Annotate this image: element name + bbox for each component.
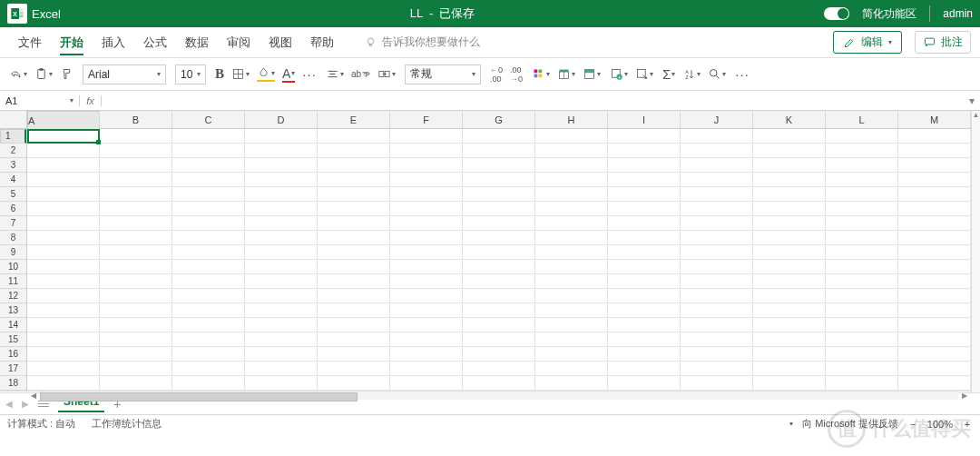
cell[interactable] bbox=[245, 347, 318, 362]
cell[interactable] bbox=[681, 274, 753, 289]
cell[interactable] bbox=[27, 376, 100, 391]
cell[interactable] bbox=[172, 187, 245, 202]
cell[interactable] bbox=[608, 144, 681, 158]
cell[interactable] bbox=[463, 332, 535, 347]
cell[interactable] bbox=[463, 362, 535, 376]
sort-filter-button[interactable]: AZ▾ bbox=[682, 67, 701, 81]
cell[interactable] bbox=[753, 318, 826, 332]
cell[interactable] bbox=[100, 289, 172, 303]
cell[interactable] bbox=[245, 332, 318, 347]
cell[interactable] bbox=[463, 129, 535, 144]
cell[interactable] bbox=[826, 231, 898, 245]
cell[interactable] bbox=[826, 129, 898, 144]
cell[interactable] bbox=[245, 231, 318, 245]
cell[interactable] bbox=[390, 202, 463, 216]
cell[interactable] bbox=[27, 318, 100, 332]
cell[interactable] bbox=[390, 187, 463, 202]
cell-styles-button[interactable]: ▾ bbox=[583, 67, 601, 81]
cell[interactable] bbox=[535, 173, 608, 187]
cell[interactable] bbox=[318, 158, 390, 173]
cell[interactable] bbox=[535, 362, 608, 376]
cell[interactable] bbox=[100, 245, 172, 260]
cell[interactable] bbox=[100, 187, 172, 202]
cell[interactable] bbox=[753, 216, 826, 231]
cell[interactable] bbox=[898, 129, 971, 144]
cell[interactable] bbox=[535, 187, 608, 202]
cell[interactable] bbox=[27, 332, 100, 347]
cell[interactable] bbox=[463, 303, 535, 318]
cell[interactable] bbox=[27, 260, 100, 274]
cell[interactable] bbox=[898, 187, 971, 202]
cell[interactable] bbox=[753, 303, 826, 318]
cell[interactable] bbox=[318, 187, 390, 202]
sheet-nav-next[interactable]: ▶ bbox=[22, 399, 29, 409]
cell[interactable] bbox=[681, 187, 753, 202]
column-header[interactable]: C bbox=[172, 111, 245, 128]
cell[interactable] bbox=[463, 376, 535, 391]
cell[interactable] bbox=[318, 376, 390, 391]
cell[interactable] bbox=[245, 202, 318, 216]
cell[interactable] bbox=[898, 362, 971, 376]
tab-data[interactable]: 数据 bbox=[176, 27, 218, 58]
cell[interactable] bbox=[318, 173, 390, 187]
cell[interactable] bbox=[681, 144, 753, 158]
cell[interactable] bbox=[535, 376, 608, 391]
cell[interactable] bbox=[826, 144, 898, 158]
tab-formulas[interactable]: 公式 bbox=[134, 27, 176, 58]
borders-button[interactable]: ▾ bbox=[231, 67, 250, 81]
cell[interactable] bbox=[27, 158, 100, 173]
cell[interactable] bbox=[898, 260, 971, 274]
cell[interactable] bbox=[245, 173, 318, 187]
cell[interactable] bbox=[826, 274, 898, 289]
format-table-button[interactable]: ▾ bbox=[557, 67, 575, 81]
sheet-nav-prev[interactable]: ◀ bbox=[5, 399, 13, 409]
cell[interactable] bbox=[27, 362, 100, 376]
cell[interactable] bbox=[100, 202, 172, 216]
row-header[interactable]: 18 bbox=[0, 376, 26, 391]
cell[interactable] bbox=[826, 376, 898, 391]
row-header[interactable]: 11 bbox=[0, 274, 26, 289]
cell[interactable] bbox=[753, 362, 826, 376]
name-box[interactable]: A1▾ bbox=[0, 95, 80, 106]
cell[interactable] bbox=[318, 347, 390, 362]
cell[interactable] bbox=[463, 173, 535, 187]
cell[interactable] bbox=[826, 158, 898, 173]
cell[interactable] bbox=[898, 216, 971, 231]
more-font-button[interactable]: ··· bbox=[302, 66, 317, 82]
cell[interactable] bbox=[753, 202, 826, 216]
cell[interactable] bbox=[100, 318, 172, 332]
row-header[interactable]: 7 bbox=[0, 216, 26, 231]
cell[interactable] bbox=[390, 231, 463, 245]
row-header[interactable]: 12 bbox=[0, 289, 26, 303]
cell[interactable] bbox=[753, 289, 826, 303]
cell[interactable] bbox=[608, 289, 681, 303]
cell[interactable] bbox=[390, 332, 463, 347]
cell[interactable] bbox=[608, 129, 681, 144]
cell[interactable] bbox=[826, 173, 898, 187]
select-all-corner[interactable] bbox=[0, 111, 27, 129]
cell[interactable] bbox=[681, 173, 753, 187]
cell[interactable] bbox=[681, 245, 753, 260]
cell[interactable] bbox=[100, 332, 172, 347]
autosum-button[interactable]: Σ▾ bbox=[662, 66, 675, 82]
cell[interactable] bbox=[27, 216, 100, 231]
font-size-select[interactable]: 10▾ bbox=[175, 64, 206, 84]
cell[interactable] bbox=[898, 245, 971, 260]
cell[interactable] bbox=[753, 260, 826, 274]
cell[interactable] bbox=[172, 216, 245, 231]
cell[interactable] bbox=[681, 216, 753, 231]
cell[interactable] bbox=[826, 347, 898, 362]
cell[interactable] bbox=[608, 158, 681, 173]
cell[interactable] bbox=[535, 260, 608, 274]
cell[interactable] bbox=[826, 202, 898, 216]
tab-help[interactable]: 帮助 bbox=[301, 27, 343, 58]
cell[interactable] bbox=[898, 274, 971, 289]
cell[interactable] bbox=[100, 376, 172, 391]
cell[interactable] bbox=[318, 332, 390, 347]
format-cells-button[interactable]: ▾ bbox=[635, 67, 653, 81]
cell[interactable] bbox=[318, 303, 390, 318]
cell[interactable] bbox=[390, 362, 463, 376]
cell[interactable] bbox=[463, 318, 535, 332]
cell[interactable] bbox=[898, 158, 971, 173]
cell[interactable] bbox=[172, 347, 245, 362]
